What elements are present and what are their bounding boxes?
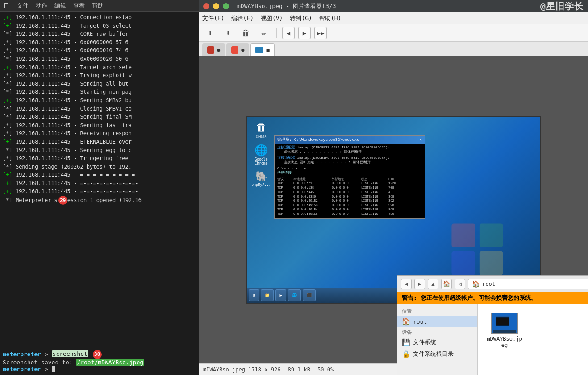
table-row: TCP0.0.0.0:491550.0.0.0:0LISTENING456 xyxy=(277,212,422,217)
terminal-menu-edit[interactable]: 编辑 xyxy=(54,2,66,10)
viewer-tabs: ● ● ■ xyxy=(199,42,588,56)
device-label: 设备 xyxy=(397,327,477,337)
terminal-menu-view[interactable]: 查看 xyxy=(73,2,85,10)
fm-sidebar-root-fs[interactable]: 🔒 文件系统根目录 xyxy=(397,348,477,360)
cmd-active-label: 活动连接 xyxy=(277,171,422,176)
tab-3[interactable]: ■ xyxy=(250,43,274,56)
tab-2-label: ● xyxy=(241,47,244,53)
table-row: TCP0.0.0.0:491540.0.0.0:0LISTENING868 xyxy=(277,208,422,212)
fm-left-btn[interactable]: ◁ xyxy=(455,279,465,289)
log-line-9: [*] 192.168.1.111:445 - Starting non-pag xyxy=(3,88,196,96)
fm-back-btn[interactable]: ◀ xyxy=(401,279,412,289)
meterp-line-2: Screenshot saved to: /root/mDWAYBso.jpeg xyxy=(3,359,196,366)
meterp-line-3: meterpreter > xyxy=(3,366,196,373)
fm-content: 位置 🏠 root 设备 💾 文件系统 🔒 文件系统根目录 xyxy=(397,304,588,375)
log-line-1: [+] 192.168.1.111:445 - Target OS select xyxy=(3,22,196,30)
log-line-21: [+] 192.168.1.111:445 - =-=-=-=-=-=-=-=-… xyxy=(3,187,196,196)
terminal-pane: 🖥 文件 动作 编辑 查看 帮助 [+] 192.168.1.111:445 -… xyxy=(0,0,199,375)
start-icon: ⊞ xyxy=(253,293,255,297)
svg-rect-8 xyxy=(493,330,516,333)
fm-root-label: root xyxy=(413,318,427,325)
fm-up-btn[interactable]: ▲ xyxy=(428,279,438,289)
log-line-10: [+] 192.168.1.111:445 - Sending SMBv2 bu xyxy=(3,96,196,105)
meterp-line-1: meterpreter > screenshot 30 xyxy=(3,350,196,359)
tab-2[interactable]: ● xyxy=(226,43,249,56)
nav-forward-btn[interactable]: ▶▶ xyxy=(314,27,327,39)
terminal-menu-icon: 🖥 xyxy=(3,1,10,10)
filemanager-pane: ◀ ▶ ▲ 🏠 ◁ 🏠 root ✏ ▷ 警告: 您正在使用超级帐户。可能会损害… xyxy=(397,275,588,375)
fm-file-thumb-inner xyxy=(492,313,517,333)
svg-rect-3 xyxy=(480,251,503,275)
toolbar-delete-btn[interactable]: 🗑 xyxy=(239,26,253,40)
tbar-max-btn[interactable] xyxy=(223,3,229,9)
statusbar-zoom: 50.0% xyxy=(317,367,334,373)
fm-toolbar: ◀ ▶ ▲ 🏠 ◁ 🏠 root ✏ ▷ xyxy=(397,276,588,292)
menu-file[interactable]: 文件(F) xyxy=(202,14,224,22)
viewer-titlebar: mDWAYBso.jpeg - 图片查看器[3/3] @星旧学长 xyxy=(199,0,588,12)
menu-edit[interactable]: 编辑(E) xyxy=(231,14,253,22)
statusbar-filename: mDWAYBso.jpeg 1718 x 926 xyxy=(203,367,280,373)
menu-goto[interactable]: 转到(G) xyxy=(290,14,312,22)
taskbar-start-btn[interactable]: ⊞ xyxy=(249,289,259,301)
cmd-content: 连接适配器 inatap.(C18C8F37-4680-4326-8F51-F9… xyxy=(275,144,425,218)
log-line-11: [*] 192.168.1.111:445 - Closing SMBv1 co xyxy=(3,105,196,113)
toolbar-edit-btn[interactable]: ✏ xyxy=(257,26,271,40)
log-line-19: [+] 192.168.1.111:445 - =-=-=-=-=-=-=-=-… xyxy=(3,171,196,179)
fm-file-name: mDWAYBso.jpeg xyxy=(487,336,522,348)
screenshot-command: screenshot xyxy=(52,350,88,357)
taskbar-cmd-btn[interactable]: ⬛ xyxy=(303,289,316,301)
terminal-menu-file[interactable]: 文件 xyxy=(17,2,29,10)
fm-forward-btn[interactable]: ▶ xyxy=(414,279,425,289)
root-fs-icon: 🔒 xyxy=(402,350,410,358)
nav-play-btn[interactable]: ▶ xyxy=(298,27,311,39)
log-line-15: [+] 192.168.1.111:445 - ETERNALBLUE over xyxy=(3,138,196,146)
cmd-status-1: 媒体状态 . . . . . . . . . . : 媒体已断开 xyxy=(284,150,362,154)
log-line-20: [+] 192.168.1.111:445 - =-=-=-=-=-=-=-=-… xyxy=(3,179,196,188)
fm-filesystem-label: 文件系统 xyxy=(413,338,436,346)
toolbar-upload-btn[interactable]: ⬆ xyxy=(203,26,217,40)
tab-1[interactable]: ● xyxy=(202,43,225,56)
log-line-22: [*] Meterpreter s29ession 1 opened (192.… xyxy=(3,196,196,205)
desktop-icon-phpmyadmin[interactable]: 🐘 phpMyA... xyxy=(250,171,272,187)
taskbar-chrome-btn[interactable]: 🌐 xyxy=(288,289,301,301)
terminal-menu-help[interactable]: 帮助 xyxy=(92,2,104,10)
table-row: TCP0.0.0.0:33890.0.0.0:0LISTENING368 xyxy=(277,195,422,199)
fm-sidebar-filesystem[interactable]: 💾 文件系统 xyxy=(397,337,477,348)
toolbar-download-btn[interactable]: ⬇ xyxy=(221,26,235,40)
cmd-window[interactable]: 管理员: C:\Windows\system32\cmd.exe ✕ 连接适配器… xyxy=(274,135,425,219)
cmd-titlebar: 管理员: C:\Windows\system32\cmd.exe ✕ xyxy=(275,136,425,144)
cmd-table: 协议 本地地址 外部地址 状态 PID TCP0.0.0.0:210.0.0.0… xyxy=(277,177,422,217)
log-line-13: [*] 192.168.1.111:445 - Sending last fra xyxy=(3,121,196,130)
menu-view[interactable]: 视图(V) xyxy=(261,14,283,22)
cmd-taskbar-icon: ⬛ xyxy=(307,293,312,297)
desktop-icon-chrome[interactable]: 🌐 GoogleChrome xyxy=(250,144,272,165)
tbar-close-btn[interactable] xyxy=(203,3,209,9)
cmd-prompt-line: C:\>netstat -ano xyxy=(277,166,422,171)
table-row: TCP0.0.0.0:210.0.0.0:0LISTENING1220 xyxy=(277,181,422,186)
viewer-titlebar-left: mDWAYBso.jpeg - 图片查看器[3/3] xyxy=(203,2,339,10)
tab-3-label: ■ xyxy=(266,47,269,53)
fm-sidebar-root[interactable]: 🏠 root xyxy=(397,316,477,327)
nav-back-btn[interactable]: ◀ xyxy=(282,27,295,39)
cmd-close-btn[interactable]: ✕ xyxy=(420,137,422,142)
meterpreter-prompt-1: meterpreter xyxy=(3,350,41,357)
filesystem-icon: 💾 xyxy=(402,338,410,346)
viewer-watermark: @星旧学长 xyxy=(540,0,584,12)
badge-30: 30 xyxy=(93,350,102,359)
desktop-icon-recyclebin[interactable]: 🗑 回收站 xyxy=(250,121,272,139)
log-line-5: [*] 192.168.1.111:445 - 0x00000020 50 6 xyxy=(3,55,196,63)
toolbar-separator xyxy=(276,28,277,38)
tbar-min-btn[interactable] xyxy=(213,3,219,9)
svg-rect-1 xyxy=(480,223,503,247)
taskbar-explorer-btn[interactable]: 📁 xyxy=(261,289,274,301)
fm-file-jpeg[interactable]: mDWAYBso.jpeg xyxy=(487,313,522,348)
log-line-8: [*] 192.168.1.111:445 - Sending all but xyxy=(3,80,196,88)
terminal-menu-action[interactable]: 动作 xyxy=(36,2,47,10)
fm-home-btn[interactable]: 🏠 xyxy=(441,279,452,289)
table-header: 协议 本地地址 外部地址 状态 PID xyxy=(277,177,422,182)
menu-help[interactable]: 帮助(H) xyxy=(319,14,341,22)
taskbar-media-btn[interactable]: ▶ xyxy=(275,289,286,301)
log-line-17: [*] 192.168.1.111:445 - Triggering free xyxy=(3,154,196,163)
fm-file-thumb xyxy=(491,313,518,334)
cmd-title-text: 管理员: C:\Windows\system32\cmd.exe xyxy=(277,137,359,143)
